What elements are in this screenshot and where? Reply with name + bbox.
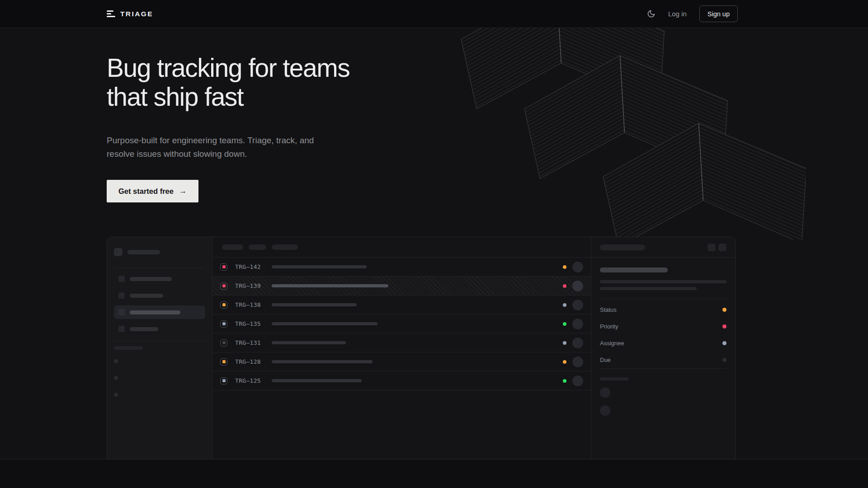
sidebar-nav (114, 272, 205, 336)
issue-id: TRG–139 (235, 282, 266, 289)
issue-row[interactable]: TRG–135 (212, 314, 591, 333)
issue-type-icon[interactable] (220, 320, 227, 328)
property-label: Priority (600, 323, 618, 330)
issue-type-icon[interactable] (220, 263, 227, 271)
issue-id: TRG–128 (235, 358, 266, 365)
property-row[interactable]: Status (600, 301, 726, 318)
sidebar-nav-icon (118, 309, 125, 315)
issue-skeleton-bar (272, 360, 373, 363)
hero-section: Bug tracking for teams that ship fast Pu… (0, 28, 868, 459)
detail-action-button[interactable] (708, 244, 716, 251)
panel-divider (600, 299, 726, 299)
property-row[interactable]: Due (600, 352, 726, 368)
detail-breadcrumb-skeleton (600, 244, 645, 250)
issue-id: TRG–125 (235, 377, 266, 384)
brand-logo[interactable]: TRIAGE (107, 10, 153, 18)
sidebar-divider (114, 341, 205, 341)
assignee-avatar[interactable] (572, 338, 583, 348)
assignee-avatar[interactable] (572, 300, 583, 310)
workspace-avatar (114, 248, 123, 256)
issue-list: TRG–142 TRG–139 TRG–138 TRG–135 (212, 258, 591, 390)
issue-status-dot (563, 322, 566, 326)
detail-action-button[interactable] (718, 244, 726, 251)
issue-skeleton-bar (272, 322, 377, 325)
issue-type-icon[interactable] (220, 301, 227, 309)
issue-row[interactable]: TRG–139 (212, 277, 591, 296)
issue-id: TRG–138 (235, 301, 266, 308)
issue-type-dot (222, 322, 226, 325)
issue-status-dot (563, 303, 566, 307)
sidebar-section-label-skeleton (114, 346, 143, 350)
workspace-switcher[interactable] (114, 248, 205, 256)
sidebar-nav-item[interactable] (114, 305, 205, 319)
sidebar-nav-icon (118, 326, 125, 332)
issue-type-dot (222, 379, 226, 382)
sidebar-divider (114, 267, 205, 268)
issue-type-dot (222, 303, 226, 306)
issue-status-dot (563, 265, 566, 269)
list-tab-skeleton[interactable] (222, 244, 243, 250)
issue-type-dot (222, 284, 226, 287)
issue-row[interactable]: TRG–128 (212, 352, 591, 371)
triage-bars-icon (107, 10, 115, 18)
issue-status-dot (563, 341, 566, 345)
issue-row[interactable]: TRG–142 (212, 258, 591, 277)
theme-toggle-button[interactable] (647, 9, 656, 18)
issue-type-dot (222, 360, 226, 363)
login-link[interactable]: Log in (668, 10, 687, 18)
issue-type-dot (222, 265, 226, 268)
issue-type-icon[interactable] (220, 282, 227, 290)
issue-skeleton-bar (272, 379, 362, 382)
hero-title: Bug tracking for teams that ship fast (107, 53, 738, 111)
sidebar-nav-item[interactable] (114, 322, 205, 336)
assignee-avatar[interactable] (572, 357, 583, 367)
detail-text-skeleton (600, 287, 697, 290)
issue-skeleton-bar (272, 341, 346, 344)
hero-title-line1: Bug tracking for teams (107, 53, 738, 82)
assignee-avatar[interactable] (572, 319, 583, 329)
issue-status-dot (563, 284, 566, 288)
list-header (212, 237, 591, 258)
issue-skeleton-bar (272, 303, 357, 306)
mockup-sidebar (107, 237, 212, 459)
list-tab-skeleton[interactable] (249, 244, 266, 250)
issue-type-icon[interactable] (220, 377, 227, 385)
comment-avatar-skeleton (600, 387, 610, 398)
signup-button[interactable]: Sign up (699, 5, 738, 22)
issue-row[interactable]: TRG–125 (212, 371, 591, 390)
issue-skeleton-bar (272, 265, 367, 268)
assignee-avatar[interactable] (572, 375, 583, 386)
sidebar-dot-skeleton (114, 376, 118, 380)
comment-avatar-skeleton (600, 405, 610, 416)
issue-id: TRG–131 (235, 339, 266, 346)
sidebar-nav-item[interactable] (114, 272, 205, 286)
sidebar-dot-skeleton (114, 359, 118, 363)
app-preview-card: TRG–142 TRG–139 TRG–138 TRG–135 (107, 237, 736, 459)
issue-row[interactable]: TRG–138 (212, 296, 591, 314)
property-list: Status Priority Assignee Due (600, 301, 726, 368)
issue-status-dot (563, 360, 566, 364)
sidebar-footer-dots (114, 359, 205, 397)
assignee-avatar[interactable] (572, 262, 583, 272)
top-nav: TRIAGE Log in Sign up (0, 0, 868, 28)
issue-type-icon[interactable] (220, 358, 227, 366)
assignee-avatar[interactable] (572, 281, 583, 291)
property-label: Status (600, 306, 617, 313)
sidebar-nav-item[interactable] (114, 289, 205, 302)
issue-type-dot (222, 341, 226, 344)
issue-type-icon[interactable] (220, 339, 227, 347)
sidebar-nav-label-skeleton (130, 327, 158, 331)
workspace-name-skeleton (127, 250, 160, 254)
issue-id: TRG–135 (235, 320, 266, 327)
issue-id: TRG–142 (235, 263, 266, 270)
property-row[interactable]: Priority (600, 318, 726, 335)
hero-title-line2: that ship fast (107, 82, 738, 111)
property-row[interactable]: Assignee (600, 335, 726, 352)
sidebar-nav-label-skeleton (130, 294, 163, 298)
activity-label-skeleton (600, 377, 629, 380)
property-value-dot (722, 308, 726, 312)
issue-row[interactable]: TRG–131 (212, 333, 591, 352)
list-tab-skeleton[interactable] (272, 244, 298, 250)
property-label: Due (600, 357, 611, 363)
get-started-button[interactable]: Get started free → (107, 180, 198, 202)
